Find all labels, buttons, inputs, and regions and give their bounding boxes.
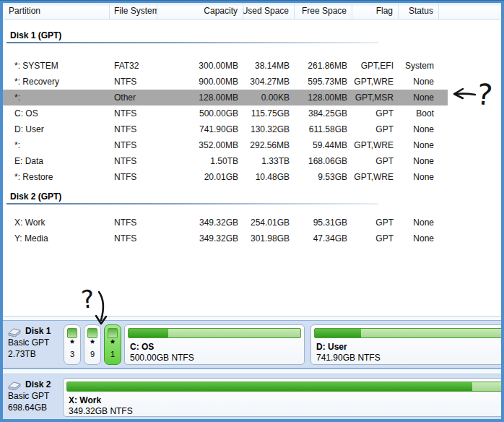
cell-partition: *: Recovery	[3, 74, 110, 90]
cell-used: 115.75GB	[243, 106, 295, 121]
cell-partition: *: SYSTEM	[3, 58, 110, 74]
disk1-rows: *: SYSTEM FAT32 300.00MB 38.14MB 261.86M…	[3, 58, 501, 185]
cell-status: None	[399, 169, 439, 185]
cell-free: 9.53GB	[295, 169, 352, 185]
table-row-selected[interactable]: *: Other 128.00MB 0.00KB 128.00MB GPT,MS…	[3, 90, 501, 106]
mini-block-number: 1	[105, 349, 121, 359]
column-header-capacity[interactable]: Capacity	[157, 3, 243, 19]
cell-file-system: Other	[110, 90, 157, 106]
table-row[interactable]: D: User NTFS 741.90GB 130.32GB 611.58GB …	[3, 121, 501, 137]
cell-capacity: 300.00MB	[157, 58, 243, 74]
column-header-flag[interactable]: Flag	[352, 3, 399, 19]
cell-free: 384.25GB	[295, 106, 352, 121]
cell-free: 611.58GB	[295, 121, 352, 137]
disk1-group-underline	[6, 42, 378, 43]
table-row[interactable]: X: Work NTFS 349.32GB 254.01GB 95.31GB G…	[3, 215, 501, 231]
cell-flag: GPT,WRE	[352, 169, 399, 185]
mini-partition-block-1[interactable]: * 3	[64, 324, 81, 365]
partition-block-name: D: User	[316, 342, 347, 352]
disk2-name: Disk 2	[25, 379, 51, 390]
disk2-info[interactable]: Disk 2 Basic GPT 698.64GB	[6, 379, 64, 413]
cell-partition: E: Data	[3, 153, 110, 169]
cell-used: 292.56MB	[243, 137, 295, 153]
cell-status: None	[399, 90, 439, 106]
cell-status: None	[399, 121, 439, 137]
disk1-map-row: Disk 1 Basic GPT 2.73TB * 3 * 9	[3, 321, 501, 369]
disk2-group-underline	[6, 203, 378, 204]
column-header-used-space[interactable]: Used Space	[243, 3, 295, 19]
mini-usage-bar	[67, 328, 77, 338]
panel-separator	[3, 316, 501, 321]
cell-capacity: 352.00MB	[157, 137, 243, 153]
usage-bar	[66, 382, 501, 392]
cell-file-system: NTFS	[110, 121, 157, 137]
cell-partition: Y: Media	[3, 231, 110, 246]
column-header-filler	[439, 3, 501, 19]
cell-flag: GPT	[352, 215, 399, 231]
cell-file-system: FAT32	[110, 58, 157, 74]
cell-free: 168.06GB	[295, 153, 352, 169]
table-row[interactable]: *: NTFS 352.00MB 292.56MB 59.44MB GPT,WR…	[3, 137, 501, 153]
table-row[interactable]: E: Data NTFS 1.50TB 1.33TB 168.06GB GPT …	[3, 153, 501, 169]
cell-capacity: 349.32GB	[157, 215, 243, 231]
disk-icon	[7, 326, 22, 337]
cell-partition: *:	[3, 137, 110, 153]
mini-block-number: 9	[84, 349, 100, 359]
cell-free: 59.44MB	[295, 137, 352, 153]
cell-status: None	[399, 74, 439, 90]
column-header-free-space[interactable]: Free Space	[295, 3, 352, 19]
cell-capacity: 900.00MB	[157, 74, 243, 90]
mini-block-star: *	[64, 338, 80, 349]
disk1-group-label: Disk 1 (GPT)	[10, 20, 501, 41]
cell-file-system: NTFS	[110, 153, 157, 169]
disk1-info[interactable]: Disk 1 Basic GPT 2.73TB	[6, 326, 64, 360]
disk-map-panel: Disk 1 Basic GPT 2.73TB * 3 * 9	[3, 316, 501, 419]
disk-icon	[7, 379, 22, 390]
partition-block-info: 500.00GB NTFS	[130, 353, 194, 363]
table-row[interactable]: *: Restore NTFS 20.01GB 10.48GB 9.53GB G…	[3, 169, 501, 185]
cell-free: 261.86MB	[295, 58, 352, 74]
usage-bar-fill	[67, 382, 472, 391]
cell-status: None	[399, 137, 439, 153]
mini-block-star: *	[84, 338, 100, 349]
column-header-file-system[interactable]: File System	[110, 3, 157, 19]
partition-block-x-work[interactable]: X: Work 349.32GB NTFS	[63, 378, 501, 417]
partition-block-name: C: OS	[130, 342, 154, 352]
partition-block-c-os[interactable]: C: OS 500.00GB NTFS	[124, 324, 305, 365]
table-row[interactable]: *: SYSTEM FAT32 300.00MB 38.14MB 261.86M…	[3, 58, 501, 74]
cell-used: 0.00KB	[243, 90, 295, 106]
partition-block-d-user[interactable]: D: User 741.90GB NTFS	[310, 324, 501, 365]
cell-free: 128.00MB	[295, 90, 352, 106]
usage-bar	[128, 328, 301, 338]
cell-status: None	[399, 215, 439, 231]
cell-status: None	[399, 153, 439, 169]
mini-partition-block-2[interactable]: * 9	[84, 324, 101, 365]
cell-free: 95.31GB	[295, 215, 352, 231]
mini-block-number: 3	[64, 349, 80, 359]
cell-capacity: 128.00MB	[157, 90, 243, 106]
table-row[interactable]: C: OS NTFS 500.00GB 115.75GB 384.25GB GP…	[3, 106, 501, 121]
cell-flag: GPT,WRE	[352, 137, 399, 153]
disk1-name: Disk 1	[25, 326, 51, 337]
mini-partition-block-3-selected[interactable]: * 1	[104, 324, 121, 365]
partition-table: Disk 1 (GPT) *: SYSTEM FAT32 300.00MB 38…	[3, 20, 501, 316]
cell-capacity: 1.50TB	[157, 153, 243, 169]
mini-usage-bar	[87, 328, 97, 338]
cell-partition: *:	[3, 90, 110, 106]
cell-flag: GPT	[352, 231, 399, 246]
table-row[interactable]: *: Recovery NTFS 900.00MB 304.27MB 595.7…	[3, 74, 501, 90]
cell-used: 130.32GB	[243, 121, 295, 137]
partition-block-info: 349.32GB NTFS	[69, 406, 133, 416]
cell-partition: *: Restore	[3, 169, 110, 185]
cell-status: Boot	[399, 106, 439, 121]
cell-capacity: 741.90GB	[157, 121, 243, 137]
column-header-status[interactable]: Status	[399, 3, 439, 19]
table-row[interactable]: Y: Media NTFS 349.32GB 301.98GB 47.34GB …	[3, 231, 501, 246]
cell-flag: GPT	[352, 106, 399, 121]
cell-used: 1.33TB	[243, 153, 295, 169]
cell-flag: GPT,MSR	[352, 90, 399, 106]
disk2-size: 698.64GB	[6, 402, 64, 413]
column-header-partition[interactable]: Partition	[3, 3, 110, 19]
disk2-type: Basic GPT	[6, 390, 64, 402]
cell-used: 38.14MB	[243, 58, 295, 74]
